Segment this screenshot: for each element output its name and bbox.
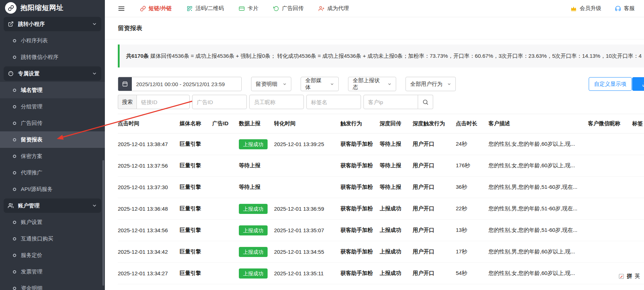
date-range-input[interactable]: 2025/12/01 00:00 - 2025/12/01 23:59	[118, 77, 242, 91]
group-label: 专属设置	[18, 70, 40, 77]
export-button[interactable]	[632, 77, 644, 91]
sidebar-group-exclusive-settings[interactable]: 专属设置	[4, 66, 101, 81]
tag-name-input[interactable]	[306, 95, 361, 109]
bullet-icon	[13, 270, 16, 273]
cell-convert-time: 2025-12-01 13:39:25	[274, 134, 340, 155]
logo-link-icon	[5, 2, 17, 14]
cell-ad-id	[212, 220, 239, 241]
media-select[interactable]: 全部媒体	[301, 77, 339, 91]
nav-label: 广告回传	[282, 5, 304, 12]
app-logo[interactable]: 抱阳缩短网址	[0, 0, 105, 16]
card-icon	[239, 6, 245, 11]
cell-report: 等待上报	[239, 155, 274, 177]
link-icon	[140, 6, 146, 11]
col-duration: 点击时长	[456, 114, 488, 134]
cell-convert-time: 2025-12-01 13:35:11	[274, 263, 340, 284]
nav-label: 客服	[624, 5, 635, 12]
bullet-icon	[13, 237, 16, 240]
sidebar-item-api-source-service[interactable]: API/源码服务	[0, 181, 105, 197]
item-label: 小程序列表	[21, 37, 48, 44]
nav-short-link[interactable]: 短链/外链	[140, 5, 172, 12]
bullet-icon	[13, 89, 16, 92]
customer-service-button[interactable]: 客服	[615, 5, 635, 12]
status-badge: 上报成功	[239, 139, 268, 149]
ime-indicator[interactable]: 拼 英	[616, 272, 642, 280]
sidebar-item-invoice-management[interactable]: 发票管理	[0, 263, 105, 280]
bullet-icon	[13, 138, 16, 141]
cell-ad-id	[212, 263, 239, 284]
customize-columns-button[interactable]: 自定义显示项	[589, 77, 632, 91]
sidebar-item-agent-promotion[interactable]: 代理推广	[0, 164, 105, 181]
title-bar: 留资报表	[105, 17, 644, 39]
cell-click-time: 2025-12-01 13:37:30	[118, 177, 180, 198]
sidebar-group-jump-miniprogram[interactable]: 跳转小程序	[4, 17, 101, 31]
nav-become-agent[interactable]: 成为代理	[319, 5, 349, 12]
nav-label: 短链/外链	[149, 5, 172, 12]
cell-deep-report: 上报成功	[380, 220, 413, 241]
cell-deep-trigger: 用户开口	[413, 155, 456, 177]
cell-convert-time: 2025-12-01 13:35:07	[274, 220, 340, 241]
link-id-input[interactable]	[136, 95, 190, 109]
sidebar-group-account-management[interactable]: 账户管理	[4, 198, 101, 213]
sidebar-item-interface-purchase[interactable]: 互通接口购买	[0, 230, 105, 247]
col-desc: 客户描述	[488, 114, 588, 134]
sidebar-item-account-settings[interactable]: 账户设置	[0, 214, 105, 230]
cell-ad-id	[212, 198, 239, 220]
col-report: 数据上报	[239, 114, 274, 134]
cell-deep-trigger: 用户开口	[413, 220, 456, 241]
cell-deep-report: 上报成功	[380, 241, 413, 263]
sidebar-scrollbar[interactable]	[102, 160, 104, 286]
customer-ip-input[interactable]	[363, 95, 418, 109]
nav-ad-callback[interactable]: 广告回传	[273, 5, 304, 12]
sidebar-item-fund-details[interactable]: 资金明细	[0, 280, 105, 290]
cell-deep-trigger: 用户开口	[413, 263, 456, 284]
sidebar-item-group-management[interactable]: 分组管理	[0, 98, 105, 115]
sidebar-item-jump-wechat-miniprogram[interactable]: 跳转微信小程序	[0, 49, 105, 65]
sidebar-menu: 跳转小程序 小程序列表 跳转微信小程序 专属设置 域名管理 分组管理 广告回传 …	[0, 17, 105, 290]
cell-deep-report: 上报成功	[380, 198, 413, 220]
cell-report: 上报成功	[239, 241, 274, 263]
hamburger-menu-icon[interactable]	[118, 5, 125, 12]
cell-deep-report: 上报成功	[380, 263, 413, 284]
staff-nickname-input[interactable]	[249, 95, 304, 109]
sidebar-item-service-pricing[interactable]: 服务定价	[0, 247, 105, 263]
sidebar-item-lead-report[interactable]: 留资报表	[0, 131, 105, 148]
chevron-down-icon	[92, 22, 97, 27]
qrcode-icon	[187, 6, 193, 11]
cell-trigger: 获客助手加粉	[340, 241, 380, 263]
report-type-select[interactable]: 留资明细	[251, 77, 291, 91]
cell-desc: 您的性别,男,您的年龄,60岁以上,现...	[488, 241, 588, 263]
cell-click-time: 2025-12-01 13:38:47	[118, 134, 180, 155]
user-behavior-select[interactable]: 全部用户行为	[406, 77, 456, 91]
cell-wechat-nickname	[588, 198, 632, 220]
bullet-icon	[13, 122, 16, 125]
ad-id-input[interactable]	[192, 95, 247, 109]
col-tag: 标签	[632, 114, 644, 134]
cell-wechat-nickname	[588, 155, 632, 177]
cell-click-time: 2025-12-01 13:36:48	[118, 198, 180, 220]
sidebar-item-privacy-plan[interactable]: 保密方案	[0, 148, 105, 164]
cell-wechat-nickname	[588, 241, 632, 263]
item-label: 资金明细	[21, 285, 42, 290]
sidebar-item-domain-management[interactable]: 域名管理	[0, 82, 105, 98]
cell-tag	[632, 198, 644, 220]
item-label: 广告回传	[21, 120, 42, 127]
select-value: 全部用户行为	[410, 81, 443, 88]
table-row: 2025-12-01 13:34:42 巨量引擎 上报成功 2025-12-01…	[118, 241, 644, 263]
sidebar-item-ad-callback[interactable]: 广告回传	[0, 115, 105, 131]
report-status-select[interactable]: 全部上报状态	[348, 77, 396, 91]
cell-report: 等待上报	[239, 177, 274, 198]
col-convert-time: 转化时间	[274, 114, 340, 134]
sidebar-item-miniprogram-list[interactable]: 小程序列表	[0, 32, 105, 49]
nav-card[interactable]: 卡片	[239, 5, 258, 12]
item-label: 发票管理	[21, 268, 42, 275]
search-button[interactable]	[418, 95, 433, 109]
app-title: 抱阳缩短网址	[20, 3, 64, 13]
member-upgrade-button[interactable]: 会员升级	[570, 5, 601, 12]
palette-icon	[8, 71, 14, 76]
chevron-down-icon	[283, 82, 287, 86]
cell-tag	[632, 155, 644, 177]
cell-ad-id	[212, 241, 239, 263]
nav-live-qrcode[interactable]: 活码/二维码	[187, 5, 224, 12]
item-label: 留资报表	[21, 136, 42, 143]
